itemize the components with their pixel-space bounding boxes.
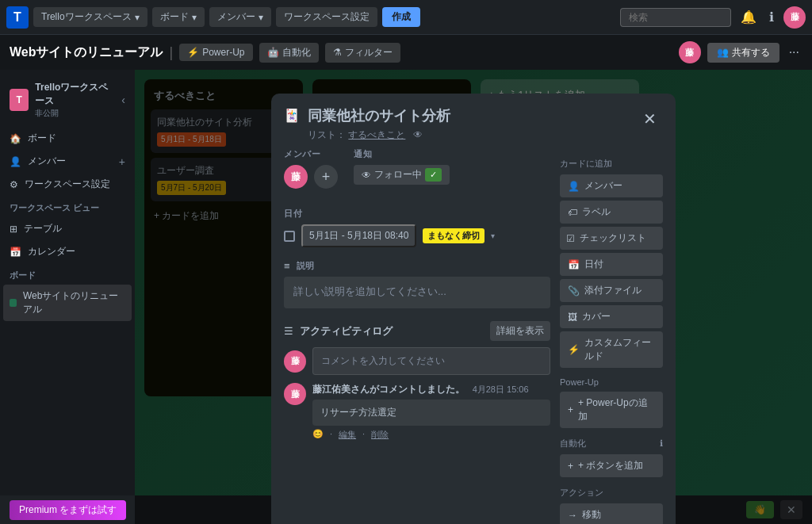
automate-section-header: 自動化 ℹ — [560, 438, 663, 449]
activity-section: ☰ アクティビティログ 詳細を表示 藤 コメントを入力してください — [284, 321, 550, 441]
card-add-section-label: カードに追加 — [560, 158, 663, 170]
add-label-sidebar-button[interactable]: 🏷 ラベル — [560, 201, 663, 224]
sidebar-boards-header: ボード — [3, 263, 132, 285]
sidebar-item-boards[interactable]: 🏠 ボード — [3, 127, 132, 150]
date-icon: 📅 — [568, 259, 580, 270]
sidebar-item-board-renewal[interactable]: Webサイトのリニューアル — [3, 285, 132, 321]
comment-input[interactable]: コメントを入力してください — [312, 347, 550, 375]
date-row: 5月1日 - 5月18日 08:40 まもなく締切 ▾ — [284, 224, 550, 247]
automate-button[interactable]: 🤖 自動化 — [259, 43, 319, 63]
modal-close-button[interactable]: ✕ — [637, 106, 663, 132]
share-button[interactable]: 👥 共有する — [707, 43, 779, 63]
top-bar: T Trelloワークスペース ▾ ボード ▾ メンバー ▾ ワークスペース設定… — [0, 0, 812, 35]
chevron-down-icon: ▾ — [259, 12, 263, 23]
activity-user-avatar: 藤 — [284, 383, 306, 405]
desc-placeholder-text: 詳しい説明を追加してください... — [293, 285, 446, 297]
user-avatar[interactable]: 藤 — [783, 6, 806, 29]
members-button[interactable]: メンバー ▾ — [209, 7, 271, 27]
sidebar-item-settings[interactable]: ⚙ ワークスペース設定 — [3, 173, 132, 196]
add-member-button[interactable]: + — [314, 165, 338, 189]
add-cover-label: カバー — [582, 310, 611, 323]
boards-label: ボード — [160, 10, 189, 24]
description-input[interactable]: 詳しい説明を追加してください... — [284, 277, 550, 308]
add-powerup-button[interactable]: + + Power-Upの追加 — [560, 392, 663, 428]
sidebar-board-label: Webサイトのリニューアル — [23, 289, 125, 316]
activity-edit-link[interactable]: 編集 — [339, 429, 356, 441]
board-title: Webサイトのリニューアル — [10, 44, 163, 61]
sidebar-calendar-label: カレンダー — [28, 245, 75, 258]
power-up-icon: ⚡ — [187, 47, 199, 58]
power-up-button[interactable]: ⚡ Power-Up — [179, 44, 252, 61]
workspace-label: Trelloワークスペース — [41, 10, 132, 24]
powerup-add-label: + Power-Upの追加 — [578, 396, 655, 423]
activity-delete-link[interactable]: 削除 — [371, 429, 389, 441]
move-label: 移動 — [582, 508, 601, 522]
sidebar-collapse-button[interactable]: ‹ — [121, 94, 125, 106]
activity-header: ☰ アクティビティログ 詳細を表示 — [284, 321, 550, 341]
create-button[interactable]: 作成 — [382, 7, 420, 27]
info-icon[interactable]: ℹ — [766, 6, 777, 28]
comment-input-row: 藤 コメントを入力してください — [284, 347, 550, 375]
automate-label: 自動化 — [282, 46, 311, 59]
share-label: 共有する — [732, 46, 770, 59]
sidebar-boards-label: ボード — [28, 132, 56, 145]
modal-main: メンバー 藤 + 通知 👁 フォロー中 — [284, 148, 550, 524]
sidebar-item-table[interactable]: ⊞ テーブル — [3, 217, 132, 240]
power-up-label: Power-Up — [202, 47, 244, 58]
modal-sidebar: カードに追加 👤 メンバー 🏷 ラベル ☑ チェックリスト — [560, 148, 663, 524]
notify-section-label: 通知 — [354, 148, 450, 160]
filter-label: フィルター — [345, 46, 393, 59]
settings-button[interactable]: ワークスペース設定 — [276, 7, 377, 27]
add-cover-sidebar-button[interactable]: 🖼 カバー — [560, 305, 663, 328]
action-section-label: アクション — [560, 487, 663, 499]
filter-button[interactable]: ⚗ フィルター — [325, 43, 400, 63]
members-label: メンバー — [217, 10, 255, 24]
bell-icon[interactable]: 🔔 — [737, 6, 760, 28]
table-icon: ⊞ — [10, 224, 17, 235]
workspace-button[interactable]: Trelloワークスペース ▾ — [33, 7, 147, 27]
modal-header: 🃏 同業他社のサイト分析 リスト： するべきこと 👁 ✕ — [271, 94, 676, 148]
add-member-sidebar-button[interactable]: 👤 メンバー — [560, 174, 663, 197]
add-custom-field-sidebar-button[interactable]: ⚡ カスタムフィールド — [560, 331, 663, 368]
top-bar-right: 🔔 ℹ 藤 — [620, 6, 806, 29]
sidebar-members-label: メンバー — [28, 155, 66, 168]
move-action-button[interactable]: → 移動 — [560, 503, 663, 524]
powerup-add-icon: + — [568, 404, 573, 415]
card-modal: 🃏 同業他社のサイト分析 リスト： するべきこと 👁 ✕ — [271, 94, 676, 524]
date-display-button[interactable]: 5月1日 - 5月18日 08:40 — [301, 224, 416, 247]
add-automation-button[interactable]: + + ボタンを追加 — [560, 454, 663, 477]
board-header: Webサイトのリニューアル | ⚡ Power-Up 🤖 自動化 ⚗ フィルター… — [0, 35, 812, 70]
list-ref-link[interactable]: するべきこと — [348, 129, 405, 140]
notify-button[interactable]: 👁 フォロー中 ✓ — [354, 165, 450, 185]
date-badge: まもなく締切 — [423, 228, 485, 243]
calendar-icon: 📅 — [10, 247, 21, 258]
board-color-indicator — [10, 299, 17, 307]
add-attachment-sidebar-button[interactable]: 📎 添付ファイル — [560, 279, 663, 302]
checklist-icon: ☑ — [566, 233, 575, 244]
workspace-name: Trelloワークスペース — [35, 81, 115, 108]
more-options-icon[interactable]: ··· — [786, 42, 802, 63]
date-section: 日付 5月1日 - 5月18日 08:40 まもなく締切 ▾ — [284, 208, 550, 247]
add-checklist-sidebar-button[interactable]: ☑ チェックリスト — [560, 227, 663, 250]
watch-icon: 👁 — [413, 129, 423, 140]
activity-icon: ☰ — [284, 325, 293, 337]
detail-button[interactable]: 詳細を表示 — [490, 321, 550, 341]
sidebar-item-calendar[interactable]: 📅 カレンダー — [3, 240, 132, 263]
date-section-label: 日付 — [284, 208, 550, 220]
premium-button[interactable]: Premium をまずは試す — [10, 500, 126, 520]
powerup-section-label: Power-Up — [560, 377, 663, 387]
sidebar-workspace: T Trelloワークスペース 非公開 ‹ — [3, 76, 132, 124]
workspace-icon: T — [10, 89, 29, 111]
boards-button[interactable]: ボード ▾ — [152, 7, 205, 27]
add-date-sidebar-button[interactable]: 📅 日付 — [560, 253, 663, 276]
date-chevron-icon: ▾ — [491, 231, 495, 240]
sidebar-item-members[interactable]: 👤 メンバー + — [3, 150, 132, 173]
search-input[interactable] — [620, 8, 731, 27]
eye-icon: 👁 — [362, 170, 371, 181]
member-notify-row: メンバー 藤 + 通知 👁 フォロー中 — [284, 148, 550, 198]
list-ref-prefix: リスト： — [308, 129, 346, 140]
date-checkbox[interactable] — [284, 231, 295, 242]
activity-section-label: アクティビティログ — [300, 324, 393, 338]
settings-label: ワークスペース設定 — [284, 10, 370, 24]
sidebar-views-header: ワークスペース ビュー — [3, 196, 132, 217]
